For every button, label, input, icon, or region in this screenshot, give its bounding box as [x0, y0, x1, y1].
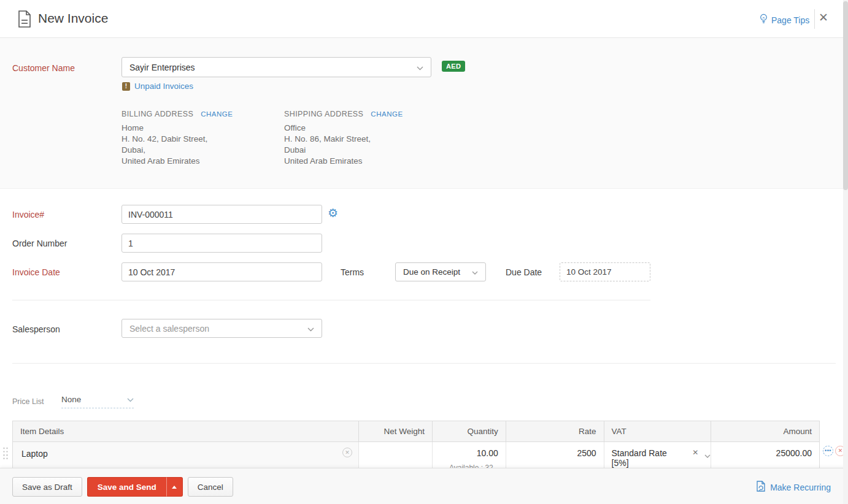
invoice-number-label: Invoice#: [12, 210, 44, 220]
customer-name-label: Customer Name: [12, 63, 75, 73]
order-number-label: Order Number: [12, 239, 67, 248]
clear-item-icon[interactable]: ✕: [342, 448, 352, 457]
shipping-line: United Arab Emirates: [284, 156, 403, 167]
due-date-label: Due Date: [506, 267, 542, 277]
chevron-down-icon: [127, 395, 134, 404]
caret-up-icon: [172, 486, 177, 489]
billing-address-heading: BILLING ADDRESS: [121, 110, 193, 118]
col-net-weight: Net Weight: [359, 421, 433, 441]
col-item-details: Item Details: [13, 421, 359, 441]
header-bar: New Invoice Page Tips ✕: [0, 0, 848, 38]
section-divider: [12, 363, 836, 364]
page-tips-label: Page Tips: [771, 15, 809, 25]
save-and-send-group: Save and Send: [87, 477, 183, 497]
chevron-down-icon: [417, 63, 423, 72]
price-list-value: None: [61, 395, 81, 404]
close-icon[interactable]: ✕: [819, 12, 828, 23]
due-date-input[interactable]: [560, 262, 650, 281]
save-and-send-button[interactable]: Save and Send: [87, 477, 166, 497]
recurring-document-icon: [756, 481, 766, 494]
scrollbar-track[interactable]: [843, 0, 848, 504]
shipping-line: H. No. 86, Makir Street,: [284, 134, 403, 145]
lightbulb-icon: [760, 13, 768, 26]
clear-vat-icon[interactable]: ✕: [692, 448, 698, 457]
salesperson-label: Salesperson: [12, 324, 60, 334]
billing-address-block: BILLING ADDRESS CHANGE Home H. No. 42, D…: [121, 110, 233, 167]
billing-line: United Arab Emirates: [121, 156, 233, 167]
gear-icon[interactable]: ⚙: [328, 207, 338, 219]
customer-section: Customer Name Sayir Enterprises AED ! Un…: [0, 38, 843, 189]
items-table-header: Item Details Net Weight Quantity Rate VA…: [13, 421, 819, 442]
invoice-date-label: Invoice Date: [12, 267, 60, 277]
col-vat: VAT: [604, 421, 712, 441]
salesperson-placeholder: Select a salesperson: [129, 324, 209, 334]
price-list-label: Price List: [12, 397, 44, 406]
price-list-select[interactable]: None: [61, 395, 134, 408]
chevron-down-icon: [307, 324, 314, 334]
save-as-draft-button[interactable]: Save as Draft: [12, 477, 82, 497]
order-number-input[interactable]: [121, 234, 322, 253]
section-divider: [12, 300, 650, 300]
vat-value: Standard Rate [5%]: [612, 448, 684, 468]
row-drag-handle-icon[interactable]: [2, 446, 9, 463]
rate-value: 2500: [577, 448, 596, 458]
save-and-send-dropdown-button[interactable]: [166, 477, 183, 497]
col-quantity: Quantity: [433, 421, 506, 441]
warning-icon: !: [122, 82, 130, 91]
header-divider: [814, 9, 815, 29]
shipping-address-block: SHIPPING ADDRESS CHANGE Office H. No. 86…: [284, 110, 403, 167]
unpaid-invoices-link[interactable]: ! Unpaid Invoices: [122, 82, 193, 91]
invoice-date-input[interactable]: [121, 262, 322, 281]
salesperson-select[interactable]: Select a salesperson: [121, 319, 322, 338]
col-rate: Rate: [506, 421, 604, 441]
new-invoice-screen: New Invoice Page Tips ✕ Customer Name Sa…: [0, 0, 848, 504]
chevron-down-icon: [472, 267, 478, 277]
currency-badge: AED: [442, 61, 465, 72]
shipping-line: Office: [284, 123, 403, 134]
page-title: New Invoice: [38, 11, 108, 26]
row-actions: ••• ✕: [823, 446, 846, 456]
billing-line: Home: [121, 123, 233, 134]
terms-select[interactable]: Due on Receipt: [395, 262, 486, 281]
footer-bar: Save as Draft Save and Send Cancel Make …: [0, 468, 848, 504]
billing-change-link[interactable]: CHANGE: [201, 110, 233, 118]
billing-line: Dubai,: [121, 145, 233, 156]
terms-label: Terms: [341, 267, 364, 277]
make-recurring-link[interactable]: Make Recurring: [756, 481, 831, 494]
shipping-change-link[interactable]: CHANGE: [371, 110, 403, 118]
col-amount: Amount: [711, 421, 819, 441]
item-name-value: Laptop: [21, 449, 48, 459]
page-tips-button[interactable]: Page Tips: [760, 13, 809, 26]
invoice-document-icon: [17, 10, 32, 30]
cancel-button[interactable]: Cancel: [188, 477, 233, 497]
scrollbar-thumb[interactable]: [843, 1, 848, 190]
invoice-number-input[interactable]: [121, 205, 322, 224]
billing-line: H. No. 42, Dabir Street,: [121, 134, 233, 145]
quantity-value: 10.00: [433, 448, 498, 458]
terms-select-value: Due on Receipt: [403, 267, 460, 277]
shipping-address-heading: SHIPPING ADDRESS: [284, 110, 363, 118]
shipping-line: Dubai: [284, 145, 403, 156]
make-recurring-label: Make Recurring: [770, 483, 831, 492]
unpaid-invoices-label: Unpaid Invoices: [134, 82, 193, 91]
customer-select-value: Sayir Enterprises: [129, 63, 195, 72]
chevron-down-icon: [704, 450, 711, 460]
row-more-options-icon[interactable]: •••: [823, 446, 833, 456]
customer-select[interactable]: Sayir Enterprises: [121, 57, 431, 77]
